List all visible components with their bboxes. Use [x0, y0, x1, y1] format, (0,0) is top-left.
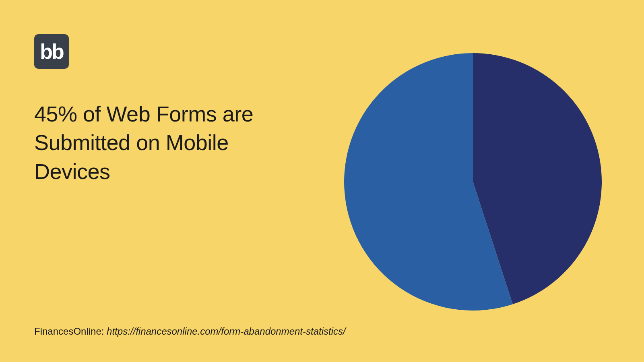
chart-title: 45% of Web Forms are Submitted on Mobile… — [34, 100, 284, 186]
source-attribution: FinancesOnline: https://financesonline.c… — [34, 326, 346, 337]
brand-logo: bb — [34, 34, 69, 69]
brand-logo-text: bb — [40, 41, 63, 62]
source-label: FinancesOnline: — [34, 326, 107, 337]
source-url: https://financesonline.com/form-abandonm… — [107, 326, 346, 337]
pie-chart — [344, 53, 602, 311]
pie-chart-svg — [344, 53, 602, 311]
